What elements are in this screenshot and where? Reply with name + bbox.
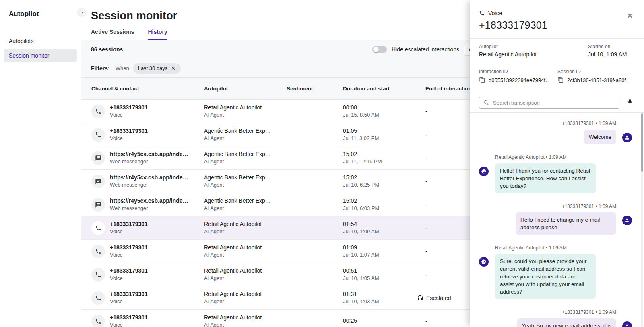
start-time-value: Jul 10, 1:05 AM	[343, 275, 425, 282]
phone-icon	[95, 295, 101, 301]
contact-value: +18333179301	[110, 128, 204, 134]
channel-label: Voice	[110, 275, 204, 282]
channel-label: Web messenger	[110, 158, 204, 165]
end-of-interaction-value: -	[425, 318, 427, 325]
phone-icon	[95, 132, 101, 138]
channel-icon-circle	[91, 105, 105, 118]
search-transcription-input[interactable]	[479, 97, 619, 109]
end-of-interaction-value: -	[425, 108, 427, 115]
contact-value: https://r4y5cx.csb.app/inde…	[110, 174, 204, 181]
autopilot-name: Retail Agentic Autopilot	[204, 267, 287, 274]
autopilot-name: Agentic Bank Better Exp…	[204, 197, 287, 204]
agent-type-label: AI Agent	[204, 298, 287, 305]
channel-label: Web messenger	[110, 205, 204, 212]
tab-active-sessions[interactable]: Active Sessions	[91, 29, 134, 40]
agent-type-label: AI Agent	[204, 112, 287, 118]
panel-channel-label: Voice	[488, 10, 502, 16]
autopilot-name: Retail Agentic Autopilot	[204, 104, 287, 111]
sidebar-item-session-monitor[interactable]: Session monitor	[4, 49, 77, 62]
phone-icon	[95, 225, 101, 231]
contact-value: +18333179301	[110, 221, 204, 228]
duration-value: 00:51	[343, 267, 425, 274]
chip-close-icon[interactable]	[171, 66, 176, 71]
copy-interaction-id-button[interactable]	[479, 77, 485, 83]
user-avatar	[622, 133, 632, 142]
contact-value: +18333179301	[110, 314, 204, 321]
duration-value: 00:08	[343, 104, 425, 111]
avatar-icon	[624, 323, 630, 327]
duration-value: 01:05	[343, 128, 425, 134]
copy-icon	[557, 77, 564, 83]
channel-label: Voice	[110, 228, 204, 235]
chat-message: Retail Agentic Autopilot • 1:09 AM Hello…	[479, 154, 632, 193]
end-of-interaction-value: -	[425, 178, 427, 185]
sessions-count: 86 sessions	[91, 46, 123, 53]
autopilot-name: Agentic Bank Better Exp…	[204, 128, 287, 134]
tab-history[interactable]: History	[148, 29, 167, 40]
channel-icon-circle	[91, 198, 105, 212]
autopilot-name: Agentic Bank Better Exp…	[204, 151, 287, 158]
autopilot-label: Autopilot	[479, 44, 588, 49]
message-list: +18333179301 • 1:09 AM Welcome Retail Ag…	[479, 121, 632, 327]
channel-icon-circle	[91, 151, 105, 165]
hide-escalated-label: Hide escalated interactions	[392, 46, 459, 53]
bot-avatar	[479, 257, 489, 267]
end-of-interaction-value: -	[425, 155, 427, 161]
duration-value: 15:02	[343, 197, 425, 204]
session-id-value: 2cf3b136-4851-319f-a80f…	[567, 77, 627, 83]
escalated-label: Escalated	[426, 295, 451, 301]
sidebar-item-autopilots[interactable]: Autopilots	[4, 34, 77, 48]
avatar-icon	[624, 135, 630, 140]
duration-value: 01:54	[343, 221, 425, 228]
agent-type-label: AI Agent	[204, 135, 287, 142]
duration-value: 01:09	[343, 244, 425, 251]
filter-chip-last-30-days[interactable]: Last 30 days	[133, 63, 181, 74]
autopilot-name: Agentic Bank Better Exp…	[204, 174, 287, 181]
agent-type-label: AI Agent	[204, 205, 287, 212]
col-sentiment: Sentiment	[287, 86, 343, 92]
autopilot-name: Retail Agentic Autopilot	[204, 291, 287, 298]
avatar-icon	[624, 218, 630, 223]
autopilot-name: Retail Agentic Autopilot	[204, 221, 287, 228]
channel-label: Voice	[110, 252, 204, 258]
message-bubble: Welcome	[584, 130, 616, 144]
chat-message: +18333179301 • 1:09 AM Welcome	[479, 121, 632, 144]
end-of-interaction-value: -	[425, 271, 427, 278]
hide-escalated-toggle[interactable]	[372, 46, 387, 53]
end-of-interaction-value: -	[425, 248, 427, 255]
duration-value: 15:02	[343, 151, 425, 158]
transcription-search-row	[470, 90, 644, 113]
message-meta: +18333179301 • 1:09 AM	[479, 121, 616, 126]
message-bubble: Hello! Thank you for contacting Retail B…	[495, 163, 596, 193]
col-duration-start: Duration and start	[343, 86, 425, 92]
contact-value: +18333179301	[110, 104, 204, 111]
collapse-left-icon	[79, 10, 85, 15]
channel-label: Voice	[110, 135, 204, 142]
web-messenger-icon	[95, 155, 101, 161]
web-messenger-icon	[95, 202, 101, 208]
copy-session-id-button[interactable]	[557, 77, 564, 83]
close-icon	[626, 12, 634, 19]
download-transcript-button[interactable]	[626, 99, 634, 107]
message-meta: Retail Agentic Autopilot • 1:09 AM	[495, 245, 632, 251]
message-bubble: Yeah, so my new e-mail address, it is	[517, 318, 616, 327]
started-on-label: Started on	[588, 44, 627, 49]
start-time-value: Jul 10, 1:09 AM	[343, 228, 425, 235]
panel-close-button[interactable]	[626, 12, 634, 19]
transcript-scrollbar-thumb[interactable]	[641, 113, 643, 172]
col-autopilot: Autopilot	[204, 86, 287, 92]
sidebar-collapse-button[interactable]	[77, 8, 86, 17]
phone-icon	[95, 271, 101, 278]
channel-icon-circle	[91, 268, 105, 282]
message-meta: Retail Agentic Autopilot • 1:09 AM	[495, 154, 632, 160]
message-bubble: Sure, could you please provide your curr…	[495, 254, 596, 299]
search-icon	[483, 99, 489, 106]
interaction-detail-panel: Voice +18333179301 Autopilot Retail Agen…	[470, 0, 644, 327]
agent-type-label: AI Agent	[204, 228, 287, 235]
channel-icon-circle	[91, 291, 105, 305]
contact-value: https://r4y5cx.csb.app/inde…	[110, 197, 204, 204]
autopilot-value: Retail Agentic Autopilot	[479, 51, 588, 58]
panel-meta-row: Autopilot Retail Agentic Autopilot Start…	[470, 39, 644, 62]
panel-ids-row: Interaction ID d055513922394ee7994f… Ses…	[470, 62, 644, 90]
channel-icon-circle	[91, 221, 105, 235]
